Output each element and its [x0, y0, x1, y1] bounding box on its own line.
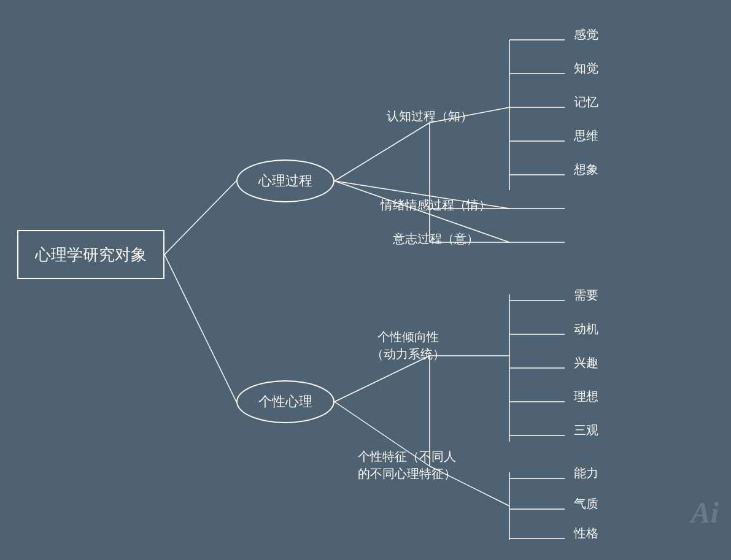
oval-bottom-label: 个性心理 [258, 393, 312, 411]
sub-item-sensation: 感觉 [574, 26, 598, 43]
branch-label-tendency: 个性倾向性（动力系统） [362, 328, 454, 362]
svg-line-1 [164, 255, 236, 402]
sub-item-imagination: 想象 [574, 161, 598, 178]
sub-item-ability: 能力 [574, 465, 598, 481]
sub-item-need: 需要 [574, 287, 598, 304]
root-node: 心理学研究对象 [17, 230, 164, 279]
root-label: 心理学研究对象 [35, 244, 147, 266]
branch-label-emotion: 情绪情感过程（情） [381, 196, 491, 213]
sub-item-ideal: 理想 [574, 388, 598, 405]
mind-map-diagram: 心理学研究对象 心理过程 个性心理 认知过程（知） 情绪情感过程（情） 意志过程… [0, 0, 731, 560]
branch-label-will: 意志过程（意） [393, 230, 479, 247]
oval-top-label: 心理过程 [258, 172, 312, 190]
sub-item-thinking: 思维 [574, 128, 598, 144]
sub-item-memory: 记忆 [574, 94, 598, 110]
sub-item-character: 性格 [574, 525, 598, 542]
branch-label-trait: 个性特征（不同人的不同心理特征） [356, 448, 457, 482]
sub-item-motive: 动机 [574, 321, 598, 337]
oval-top-node: 心理过程 [236, 159, 335, 202]
branch-label-cognition: 认知过程（知） [387, 107, 473, 125]
sub-item-temperament: 气质 [574, 496, 598, 512]
sub-item-interest: 兴趣 [574, 355, 598, 371]
oval-bottom-node: 个性心理 [236, 380, 335, 423]
svg-line-2 [335, 123, 430, 181]
svg-line-15 [335, 356, 430, 402]
sub-item-worldview: 三观 [574, 422, 598, 439]
svg-line-0 [164, 181, 236, 255]
sub-item-perception: 知觉 [574, 60, 598, 77]
watermark: Ai [691, 496, 719, 529]
